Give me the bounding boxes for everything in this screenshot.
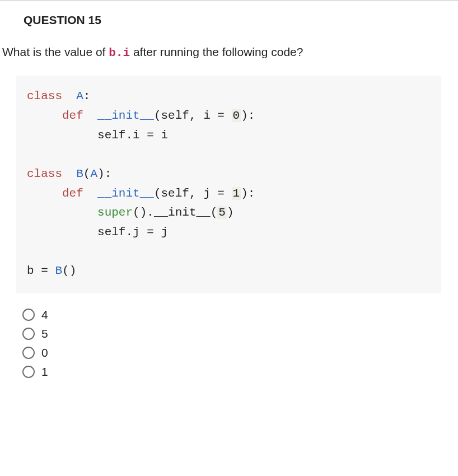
option-0[interactable]: 0 [22,346,458,360]
code-line-6: super().__init__(5) [27,203,430,223]
radio-icon[interactable] [22,328,35,340]
num-5: 5 [217,206,227,219]
prompt-inline-code: b.i [109,46,130,59]
paren-close: ): [241,187,255,200]
code-line-3: self.i = i [27,126,430,146]
question-prompt: What is the value of b.i after running t… [0,27,458,61]
fn-init: __init__ [97,187,154,200]
option-5[interactable]: 5 [22,327,458,340]
code-line-5: def __init__(self, j = 1): [27,184,430,204]
base-class-A: A [90,167,97,180]
code-line-8: b = B() [27,262,430,281]
comma: , [189,187,203,200]
keyword-class: class [27,90,62,102]
class-name-B: B [76,167,83,180]
stmt-self-i: self.i = i [97,129,168,142]
code-space [62,90,76,102]
class-B-call: B [55,264,62,277]
arg-self: self [161,109,189,122]
dot: . [147,206,154,219]
equals: = [34,264,55,277]
option-label: 0 [41,346,48,360]
blank-line [27,145,430,165]
equals: = [211,109,232,122]
radio-icon[interactable] [22,309,35,321]
prompt-post: after running the following code? [130,45,303,58]
arg-self: self [161,187,189,200]
blank-line [27,242,430,262]
paren-open: ( [211,206,218,219]
indent [27,109,62,122]
fn-init: __init__ [97,109,154,122]
equals: = [211,187,232,200]
paren-open: ( [154,187,161,200]
question-heading: QUESTION 15 [0,1,458,27]
radio-icon[interactable] [22,347,35,359]
keyword-class: class [27,167,62,180]
indent [27,187,62,200]
arg-i: i [203,109,211,122]
code-space [62,167,76,180]
code-block: class A: def __init__(self, i = 0): self… [16,76,441,293]
answer-options: 4 5 0 1 [22,308,458,379]
paren-close: ) [227,206,234,219]
option-1[interactable]: 1 [22,365,458,379]
super-call: super [97,206,133,219]
paren-close: ): [241,109,255,122]
keyword-def: def [62,109,83,122]
num-1: 1 [232,187,241,200]
indent [27,129,97,142]
code-space [83,109,97,122]
code-line-4: class B(A): [27,165,430,184]
arg-j: j [203,187,211,200]
class-name-A: A [76,90,83,102]
paren-open: ( [83,167,91,180]
init-call: __init__ [154,206,211,219]
radio-icon[interactable] [22,366,35,378]
option-label: 1 [41,365,48,379]
paren-close: ): [97,167,111,180]
colon: : [83,90,91,102]
comma: , [189,109,203,122]
var-b: b [27,264,34,277]
code-line-1: class A: [27,87,430,106]
super-parens: () [133,206,147,219]
option-4[interactable]: 4 [22,308,458,321]
indent [27,206,97,219]
prompt-pre: What is the value of [2,45,109,58]
code-line-7: self.j = j [27,223,430,242]
code-space [83,187,97,200]
option-label: 5 [41,327,48,340]
num-0: 0 [232,109,241,122]
option-label: 4 [41,308,48,321]
code-line-2: def __init__(self, i = 0): [27,106,430,126]
keyword-def: def [62,187,83,200]
indent [27,226,97,239]
call-parens: () [62,264,76,277]
stmt-self-j: self.j = j [97,226,168,239]
paren-open: ( [154,109,161,122]
